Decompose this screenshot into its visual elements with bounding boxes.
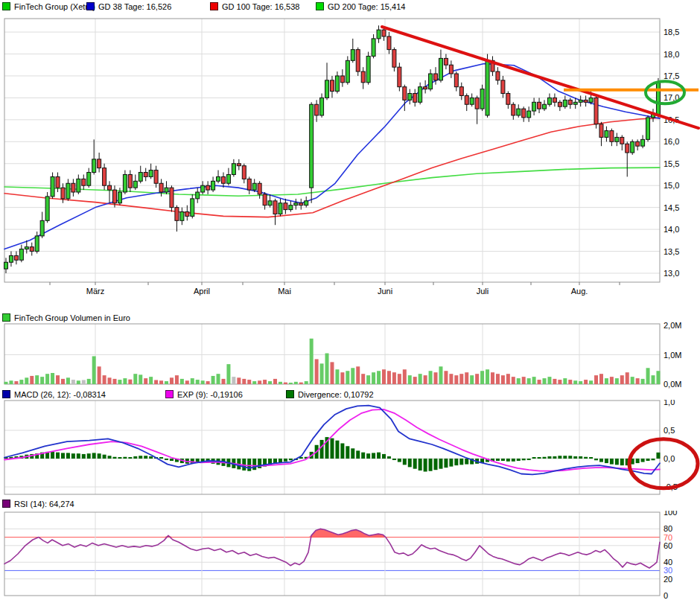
svg-text:15,0: 15,0 <box>664 181 679 190</box>
legend-label: MACD (26, 12): -0,08314 <box>14 390 106 399</box>
gd200-swatch-icon <box>316 2 324 10</box>
macd-legend: MACD (26, 12): -0,08314 EXP (9): -0,1910… <box>0 390 700 401</box>
stock-chart-page: FinTech Group (Xetra) GD 38 Tage: 16,526… <box>0 0 700 606</box>
legend-item-gd200: GD 200 Tage: 15,414 <box>316 2 405 11</box>
svg-text:14,5: 14,5 <box>664 203 679 212</box>
svg-text:April: April <box>194 287 210 296</box>
legend-label: GD 100 Tage: 16,538 <box>222 2 299 11</box>
svg-text:40: 40 <box>664 558 672 567</box>
svg-text:30: 30 <box>664 566 672 575</box>
svg-text:0,5: 0,5 <box>664 426 675 435</box>
svg-text:14,0: 14,0 <box>664 225 679 234</box>
svg-text:13,0: 13,0 <box>664 269 679 278</box>
svg-text:60: 60 <box>664 541 672 550</box>
rsi-swatch-icon <box>2 500 10 508</box>
legend-item-volume: FinTech Group Volumen in Euro <box>2 313 130 322</box>
volume-chart: 0,0M1,0M2,0M <box>0 322 700 389</box>
legend-label: EXP (9): -0,19106 <box>177 390 243 399</box>
svg-text:100: 100 <box>664 511 677 517</box>
svg-text:März: März <box>86 287 104 296</box>
legend-item-exp: EXP (9): -0,19106 <box>165 390 243 399</box>
svg-text:17,5: 17,5 <box>664 71 679 80</box>
svg-text:0: 0 <box>664 591 668 600</box>
svg-text:18,5: 18,5 <box>664 28 679 36</box>
svg-text:16,0: 16,0 <box>664 137 679 146</box>
svg-text:0,0: 0,0 <box>664 454 675 463</box>
legend-label: GD 38 Tage: 16,526 <box>98 2 171 11</box>
svg-text:Mai: Mai <box>278 287 291 296</box>
svg-text:0,0M: 0,0M <box>664 380 681 389</box>
legend-item-instrument: FinTech Group (Xetra) <box>2 2 95 11</box>
svg-text:1,0M: 1,0M <box>664 351 681 360</box>
gd100-swatch-icon <box>210 2 218 10</box>
svg-text:20: 20 <box>664 575 672 584</box>
legend-label: FinTech Group (Xetra) <box>14 2 95 11</box>
legend-item-macd: MACD (26, 12): -0,08314 <box>2 390 106 399</box>
legend-item-gd38: GD 38 Tage: 16,526 <box>86 2 171 11</box>
svg-text:Aug.: Aug. <box>571 287 588 296</box>
legend-label: GD 200 Tage: 15,414 <box>328 2 405 11</box>
gd38-swatch-icon <box>86 2 95 10</box>
rsi-chart: 1008070604030200 <box>0 511 700 606</box>
instrument-swatch-icon <box>2 2 10 10</box>
svg-text:1,0: 1,0 <box>664 400 675 406</box>
svg-text:Juli: Juli <box>477 287 489 296</box>
svg-text:80: 80 <box>664 524 672 533</box>
main-chart-legend: FinTech Group (Xetra) GD 38 Tage: 16,526… <box>0 2 700 13</box>
exp-swatch-icon <box>165 390 174 398</box>
main-price-chart: 13,013,514,014,515,015,516,016,517,017,5… <box>0 13 700 313</box>
macd-chart: 1,00,50,0-0,5 <box>0 400 700 499</box>
legend-item-divergence: Divergence: 0,10792 <box>286 390 374 399</box>
legend-label: RSI (14): 64,274 <box>14 500 74 508</box>
svg-text:Juni: Juni <box>378 287 392 296</box>
legend-item-gd100: GD 100 Tage: 16,538 <box>210 2 299 11</box>
macd-swatch-icon <box>2 390 10 398</box>
rsi-legend: RSI (14): 64,274 <box>0 500 700 510</box>
volume-swatch-icon <box>2 313 10 322</box>
svg-text:18,0: 18,0 <box>664 50 679 59</box>
divergence-swatch-icon <box>286 390 294 398</box>
svg-text:2,0M: 2,0M <box>664 322 681 330</box>
legend-label: Divergence: 0,10792 <box>298 390 374 399</box>
legend-label: FinTech Group Volumen in Euro <box>14 313 130 322</box>
svg-text:70: 70 <box>664 533 672 542</box>
svg-text:13,5: 13,5 <box>664 247 679 256</box>
svg-text:15,5: 15,5 <box>664 159 679 168</box>
legend-item-rsi: RSI (14): 64,274 <box>2 500 74 508</box>
